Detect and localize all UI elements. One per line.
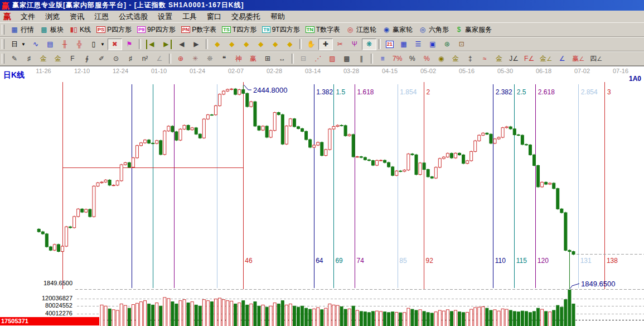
span-arrows-icon[interactable]: ↔ <box>275 53 289 65</box>
last-bar-icon[interactable]: ▶ <box>159 39 175 50</box>
angle-four-icon[interactable]: 四∠ <box>587 53 605 65</box>
wave-band-icon[interactable]: ≈ <box>477 53 492 65</box>
menu-item-1[interactable]: 浏览 <box>40 11 65 22</box>
win-grid-icon[interactable]: 赢 <box>246 53 260 65</box>
box-tool-icon[interactable]: ⊟ <box>296 53 311 65</box>
gann-ratio-label-1.854: 1.854 <box>400 88 417 96</box>
date-tick-02-28: 02-28 <box>267 68 282 74</box>
measure-icon[interactable]: ‡ <box>463 53 477 65</box>
gold-grid-a-icon[interactable]: 金 <box>36 53 51 65</box>
diamond-zoom-in-icon[interactable]: ◆ <box>268 39 283 50</box>
9t-square-button[interactable]: T99T四方形 <box>259 24 303 36</box>
user-data-icon[interactable]: ⊡ <box>454 39 469 50</box>
gold-circle-icon[interactable]: ◉ <box>434 53 448 65</box>
first-bar-icon[interactable]: ◀ <box>143 39 159 50</box>
t-number-table-button[interactable]: TNT数字表 <box>303 24 343 36</box>
percent7-icon[interactable]: 7% <box>390 53 405 65</box>
parallel-lines-icon[interactable]: ∥ <box>354 53 369 65</box>
time-circle-icon[interactable]: ⊙ <box>109 53 123 65</box>
period-day-button-dropdown-icon[interactable]: ▼ <box>21 42 26 47</box>
menu-item-2[interactable]: 资讯 <box>65 11 89 22</box>
diamond-zoom-out-icon[interactable]: ◆ <box>283 39 297 50</box>
god-grid-icon[interactable]: 神 <box>231 53 246 65</box>
menu-item-5[interactable]: 设置 <box>153 11 177 22</box>
calendar-icon[interactable]: 21 <box>383 40 396 49</box>
next-bar-icon[interactable]: ▶ <box>189 39 204 50</box>
quotes-button[interactable]: ▦行情 <box>7 24 37 36</box>
kline-small9-icon[interactable]: ╬ <box>72 39 86 50</box>
diamond-expand-icon[interactable]: ◆ <box>239 39 254 50</box>
tick-ruler-icon[interactable]: ♯ <box>123 53 138 65</box>
spider-web-icon[interactable]: ❊ <box>202 53 217 65</box>
menu-item-7[interactable]: 窗口 <box>202 11 226 22</box>
p-square-button[interactable]: PSP四方形 <box>94 24 134 36</box>
menu-item-3[interactable]: 江恩 <box>89 11 114 22</box>
ruler-grid-icon[interactable]: ♯ <box>22 53 36 65</box>
p-number-table-button[interactable]: PNP数字表 <box>178 24 220 36</box>
period-day-button[interactable]: 日▼ <box>7 39 28 50</box>
gann-wheel-button[interactable]: ◎江恩轮 <box>343 24 379 36</box>
calculator-icon[interactable]: ▦ <box>396 39 411 50</box>
gold-line-icon[interactable]: 金 <box>448 53 463 65</box>
angle-gold-icon[interactable]: 金∠ <box>537 53 555 65</box>
delete-draw-icon[interactable]: ✂ <box>333 39 347 50</box>
menu-item-6[interactable]: 工具 <box>177 11 202 22</box>
delete-cross-icon[interactable]: ✖ <box>108 39 122 50</box>
hexagon-button[interactable]: ◎六角形 <box>415 24 452 36</box>
gann-target-icon[interactable]: ⊕ <box>173 53 188 65</box>
kline-small3-icon[interactable]: ╫ <box>57 39 72 50</box>
brush-tool-icon[interactable]: ✐ <box>94 53 109 65</box>
diamond-shift-left-icon[interactable]: ◆ <box>210 39 225 50</box>
fan-box-icon[interactable]: ▩ <box>340 53 354 65</box>
crosshair-icon[interactable]: ✚ <box>318 39 333 50</box>
menu-item-0[interactable]: 文件 <box>16 11 40 22</box>
candle-style-button-dropdown-icon[interactable]: ▼ <box>100 42 105 47</box>
flag-icon[interactable]: ⚑ <box>122 39 137 50</box>
percent-line-icon[interactable]: % <box>419 53 434 65</box>
winner-service-button[interactable]: $赢家服务 <box>452 24 495 36</box>
gann-body-icon[interactable]: Ψ <box>347 39 362 50</box>
angle-j-icon[interactable]: J∠ <box>506 53 521 65</box>
menu-item-8[interactable]: 交易委托 <box>226 11 265 22</box>
pen-tool-icon[interactable]: ✎ <box>7 53 22 65</box>
n-square-icon[interactable]: n² <box>138 53 152 65</box>
diamond-shift-right-icon[interactable]: ◆ <box>225 39 239 50</box>
f-grid-icon[interactable]: F <box>65 53 80 65</box>
gann-table-icon[interactable]: ≡ <box>375 53 390 65</box>
kline-button[interactable]: ▮▯K线 <box>66 24 94 36</box>
diamond-compress-icon[interactable]: ◆ <box>254 39 268 50</box>
prev-bar-icon[interactable]: ◀ <box>175 39 189 50</box>
kline-chart[interactable]: 461.382641.5691.618741.854852922.3821102… <box>0 66 644 326</box>
net-sync-icon[interactable]: ⊛ <box>440 39 454 50</box>
toolbar-grip[interactable] <box>2 25 4 35</box>
fan-grid-icon[interactable]: ▨ <box>325 53 340 65</box>
star-web-icon[interactable]: ✳ <box>188 53 202 65</box>
gold-band-icon[interactable]: 金 <box>492 53 506 65</box>
hand-drag-icon[interactable]: ✋ <box>304 39 318 50</box>
spiral-tool-icon[interactable]: ∮ <box>80 53 94 65</box>
angle-win-icon[interactable]: 赢∠ <box>569 53 587 65</box>
info-note-icon[interactable]: ▤ <box>43 39 57 50</box>
angle-speed-icon[interactable]: ∠ <box>555 53 569 65</box>
t-square-button[interactable]: TST四方形 <box>219 24 259 36</box>
chart-wave-icon[interactable]: ∿ <box>28 39 43 50</box>
toolbar-grip[interactable] <box>2 39 4 49</box>
candle-style-button[interactable]: ▯▼ <box>86 39 108 50</box>
marker-tool-icon[interactable]: ❝ <box>217 53 231 65</box>
gold-grid-b-icon[interactable]: 金 <box>51 53 65 65</box>
smart-brain-icon[interactable]: ❋ <box>362 39 376 50</box>
sectors-button[interactable]: ▩板块 <box>37 24 66 36</box>
winner-wheel-button[interactable]: ◉赢家轮 <box>379 24 415 36</box>
memo-icon[interactable]: ☰ <box>411 39 425 50</box>
toolbar-grip[interactable] <box>2 54 4 64</box>
angle-f-icon[interactable]: F∠ <box>521 53 537 65</box>
angle-ruler-icon[interactable]: ∠ <box>152 53 167 65</box>
number-grid-icon[interactable]: ⊞ <box>260 53 275 65</box>
fan-lines-icon[interactable]: ⋰ <box>311 53 325 65</box>
menu-item-9[interactable]: 帮助 <box>265 11 290 22</box>
window-titlebar[interactable]: 赢 赢家江恩专业版[赢家内部服务平台] - [上证指数 SH1A0001-167… <box>0 0 644 11</box>
9p-square-button[interactable]: P99P四方形 <box>134 24 178 36</box>
percent-icon[interactable]: % <box>405 53 419 65</box>
save-icon[interactable]: ▣ <box>425 39 440 50</box>
menu-item-4[interactable]: 公式选股 <box>114 11 153 22</box>
